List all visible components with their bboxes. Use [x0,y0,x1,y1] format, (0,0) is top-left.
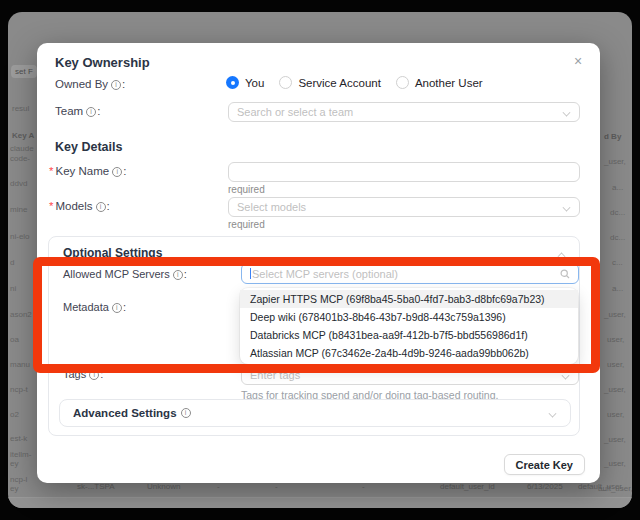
close-icon[interactable]: × [569,52,587,70]
team-label: Team: [55,105,100,117]
bg-table-cell: sk-...TSPA [77,482,115,491]
chevron-down-icon [562,371,570,379]
dropdown-item-deep-wiki[interactable]: Deep wiki (678401b3-8b46-43b7-b9d8-443c7… [240,308,578,326]
bg-fragment: user, [607,360,624,369]
tags-label-text: Tags [63,368,86,380]
radio-another-user[interactable]: Another User [396,76,483,89]
bg-fragment: itellm- [10,450,31,459]
bg-table-cell: Unknown [147,482,180,491]
advanced-settings-toggle[interactable]: Advanced Settings [59,399,571,427]
bg-fragment: set F [11,67,37,76]
mcp-servers-placeholder: Select MCP servers (optional) [252,268,398,280]
bg-fragment: ncp-l [10,475,27,484]
bg-fragment: ni-elo [10,232,30,241]
bg-fragment: a... [612,284,623,293]
dropdown-item-atlassian[interactable]: Atlassian MCP (67c3462e-2a4b-4d9b-9246-a… [240,344,578,362]
advanced-settings-heading: Advanced Settings [73,407,177,419]
bg-fragment: c... [612,258,623,267]
metadata-label-text: Metadata [63,301,109,313]
bg-fragment: dc... [610,208,625,217]
bg-fragment: _user, [604,459,626,468]
radio-unselected-icon[interactable] [396,76,409,89]
bg-table-cell: - [217,482,220,491]
radio-service-account-label: Service Account [298,77,380,89]
bg-column-header-fragment: d By [604,132,621,141]
info-icon[interactable] [111,80,121,90]
bg-fragment: est-k [10,434,27,443]
info-icon[interactable] [96,202,106,212]
bg-table-cell: - [362,482,365,491]
bg-table-cell: - [275,482,278,491]
radio-another-user-label: Another User [415,77,483,89]
models-placeholder: Select models [237,201,306,213]
owned-by-label-text: Owned By [55,78,108,90]
owned-by-label: Owned By: [55,78,125,90]
info-icon[interactable] [173,270,183,280]
bg-fragment: _user, [604,310,626,319]
radio-unselected-icon[interactable] [279,76,292,89]
bg-table-cell: 6/13/2025 [527,482,563,491]
mcp-servers-label: Allowed MCP Servers: [63,268,187,280]
team-placeholder: Search or select a team [237,106,353,118]
info-icon[interactable] [89,370,99,380]
mcp-servers-input[interactable]: Select MCP servers (optional) [241,263,579,284]
bg-fragment: ni [10,284,16,293]
bg-fragment: _user, [604,435,626,444]
bg-fragment: d [10,258,14,267]
info-icon[interactable] [112,167,122,177]
key-ownership-modal: Key Ownership × Owned By: You Service Ac… [37,43,600,483]
models-select[interactable]: Select models [228,197,580,217]
radio-selected-icon[interactable] [226,76,239,89]
tags-label: Tags: [63,368,103,380]
tags-placeholder: Enter tags [250,369,300,381]
info-icon[interactable] [86,107,96,117]
search-icon [560,269,570,279]
bg-fragment: oa [10,335,19,344]
models-required-hint: required [228,219,265,230]
bg-column-header-fragment: Key A [12,131,34,140]
owned-by-radio-group: You Service Account Another User [226,76,483,89]
reset-filters-fragment: set F [11,65,37,78]
radio-service-account[interactable]: Service Account [279,76,380,89]
mcp-servers-dropdown: Zapier HTTPS MCP (69f8ba45-5ba0-4fd7-bab… [240,288,578,364]
team-select[interactable]: Search or select a team [228,102,580,122]
metadata-label: Metadata: [63,301,126,313]
bg-footer-band [8,498,632,508]
required-asterisk: * [49,165,53,177]
bg-fragment: mine [10,205,27,214]
modal-title: Key Ownership [55,55,150,70]
key-name-input[interactable] [228,162,580,182]
info-icon[interactable] [181,408,191,418]
bg-fragment: manu [10,360,30,369]
bg-fragment: ncp-t [10,385,28,394]
team-label-text: Team [55,105,83,117]
chevron-up-icon[interactable] [558,249,566,257]
dropdown-item-zapier[interactable]: Zapier HTTPS MCP (69f8ba45-5ba0-4fd7-bab… [240,290,578,308]
bg-fragment: _user, [604,157,626,166]
radio-you[interactable]: You [226,76,264,89]
bg-fragment: dc... [610,233,625,242]
chevron-down-icon [549,409,557,417]
create-key-button[interactable]: Create Key [504,454,585,475]
bg-fragment: a... [612,183,623,192]
tags-select[interactable]: Enter tags [241,365,579,385]
bg-fragment: ddvd [10,179,27,188]
key-name-label-text: Key Name [55,165,109,177]
bg-fragment: claude [10,144,34,153]
key-name-label: *Key Name: [49,165,126,177]
info-icon[interactable] [112,303,122,313]
dropdown-item-databricks[interactable]: Databricks MCP (b8431bea-aa9f-412b-b7f5-… [240,326,578,344]
bg-fragment: code- [10,154,30,163]
models-label: *Models: [49,200,110,212]
bg-fragment: o2 [10,410,19,419]
bg-fragment: ey [10,484,18,493]
key-name-required-hint: required [228,184,265,195]
required-asterisk: * [49,200,53,212]
mcp-servers-label-text: Allowed MCP Servers [63,268,170,280]
bg-fragment: user, [607,410,624,419]
bg-table-cell: default_user, [578,482,624,491]
optional-settings-heading[interactable]: Optional Settings [63,246,162,260]
bg-fragment: _user, [604,385,626,394]
text-cursor [250,268,251,279]
bg-fragment: ey [10,459,18,468]
